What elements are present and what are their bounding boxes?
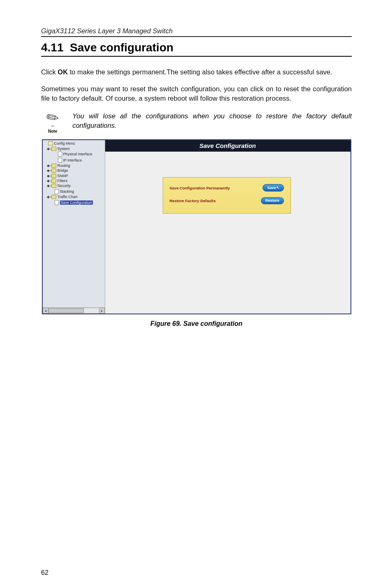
tree-item-routing[interactable]: ◆‒ Routing [44,163,105,168]
expander-icon[interactable]: ◆‒ [47,164,50,168]
tree-label: Filters [58,179,68,183]
restore-defaults-label: Restore Factory Defaults [170,198,216,203]
body-paragraph-2: Sometimes you may want to reset the swit… [41,84,352,103]
content-pane: Save Configuration Save Configuration Pe… [105,140,350,314]
restore-button[interactable]: Restore [261,197,284,204]
folder-icon [51,164,56,168]
config-tree[interactable]: Config Menu ◆‒ System Physical Interface [43,141,105,307]
tree-item-traffic-chart[interactable]: ◆‒ Traffic Chart [44,194,105,199]
page-icon [58,158,62,163]
expander-icon[interactable]: ◆‒ [47,174,50,178]
tree-item-save-configuration[interactable]: Save Configuration [44,199,105,205]
page-title-banner: Save Configuration [105,140,350,152]
scroll-right-button[interactable]: ▸ [99,308,105,314]
tree-label: Routing [58,164,70,168]
folder-icon [51,168,56,173]
sidebar-horizontal-scrollbar[interactable]: ◂ ▸ [43,307,105,314]
save-button-label: Save [267,186,276,190]
scroll-thumb[interactable] [48,308,84,313]
folder-icon [51,179,56,183]
tree-item-bridge[interactable]: ◆‒ Bridge [44,168,105,173]
body-paragraph-1: Click OK to make the settings permanent.… [41,67,352,77]
tree-label: IP Interface [63,158,82,162]
scroll-track[interactable] [48,308,99,314]
restore-button-label: Restore [265,198,279,203]
page-icon [58,152,62,157]
note-block: ✎ ▬ Note You will lose all the configura… [41,111,352,134]
section-title-text: Save configuration [70,41,173,54]
save-permanently-label: Save Configuration Permanently [170,186,230,190]
tree-item-stacking[interactable]: Stacking [44,189,105,194]
expander-icon[interactable]: ◆‒ [47,147,50,151]
page-icon [55,200,59,205]
tree-item-security[interactable]: ◆‒ Security [44,183,105,188]
cursor-icon: ↖ [276,185,279,190]
panel-area: Save Configuration Permanently Save ↖ Re… [105,152,350,314]
note-icon-column: ✎ ▬ Note [41,111,64,134]
folder-icon [51,184,56,188]
header-rule [41,36,352,37]
note-label: Note [48,129,57,134]
folder-icon [51,195,56,199]
page-icon [55,189,59,194]
tree-item-snmp[interactable]: ◆‒ SNMP [44,173,105,178]
tree-label-selected: Save Configuration [60,201,93,205]
expander-icon[interactable]: ◆‒ [47,195,50,199]
tree-label: System [58,147,70,151]
scroll-left-button[interactable]: ◂ [43,308,48,314]
tree-root[interactable]: Config Menu [44,141,105,146]
section-heading-rule [41,56,352,57]
tree-item-physical-interface[interactable]: Physical Interface [44,151,105,157]
tree-item-ip-interface[interactable]: IP Interface [44,157,105,163]
folder-icon [48,141,53,145]
save-permanently-row: Save Configuration Permanently Save ↖ [170,184,284,191]
section-heading: 4.11 Save configuration [41,41,352,54]
ok-keyword: OK [58,68,68,76]
tree-label: SNMP [58,174,68,178]
tree-label: Stacking [60,189,74,194]
tree-label: Bridge [58,168,68,173]
embedded-screenshot: Config Menu ◆‒ System Physical Interface [42,139,351,314]
tree-root-label: Config Menu [54,141,75,145]
figure-caption: Figure 69. Save configuration [41,320,352,327]
tree-label: Traffic Chart [58,195,78,199]
config-tree-sidebar: Config Menu ◆‒ System Physical Interface [43,140,105,314]
folder-icon [51,147,56,151]
section-number: 4.11 [41,41,64,54]
tree-item-filters[interactable]: ◆‒ Filters [44,178,105,183]
tree-label: Security [58,184,71,188]
save-button[interactable]: Save ↖ [263,184,284,191]
doc-running-header: GigaX3112 Series Layer 3 Managed Switch [41,27,352,35]
expander-icon[interactable]: ◆‒ [47,179,50,183]
note-text: You will lose all the configurations whe… [72,111,352,130]
restore-defaults-row: Restore Factory Defaults Restore [170,197,284,204]
tree-item-system[interactable]: ◆‒ System [44,146,105,151]
page-number: 62 [41,569,48,576]
expander-icon[interactable]: ◆‒ [47,184,50,188]
folder-icon [51,174,56,178]
tree-label: Physical Interface [63,152,92,156]
expander-icon[interactable]: ◆‒ [47,168,50,173]
pencil-icon: ✎ [43,108,62,128]
save-config-panel: Save Configuration Permanently Save ↖ Re… [163,177,291,214]
